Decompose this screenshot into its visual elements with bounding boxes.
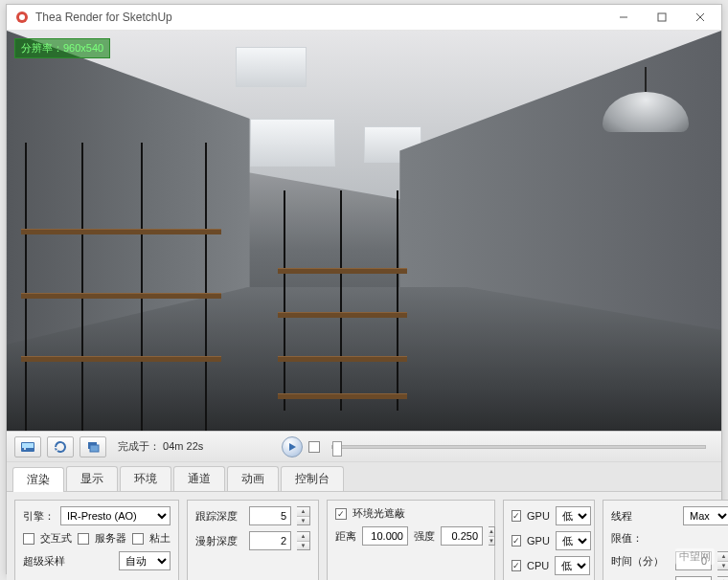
trace-depth-input[interactable] <box>249 506 291 525</box>
ao-intensity-label: 强度 <box>414 529 435 544</box>
render-status: 完成于： 04m 22s <box>118 439 203 454</box>
tab-console[interactable]: 控制台 <box>281 466 344 491</box>
samples-spinner[interactable]: ▲▼ <box>717 576 728 580</box>
tab-display[interactable]: 显示 <box>66 466 118 491</box>
toolbar-checkbox[interactable] <box>308 441 320 453</box>
tab-animation[interactable]: 动画 <box>227 466 279 491</box>
svg-rect-7 <box>22 443 34 448</box>
windows-button[interactable] <box>80 436 106 457</box>
diffuse-depth-label: 漫射深度 <box>195 534 238 548</box>
ao-intensity-input[interactable] <box>441 526 483 546</box>
device-1-priority[interactable]: 低 <box>556 531 591 550</box>
ao-distance-label: 距离 <box>335 529 356 544</box>
ao-intensity-spinner[interactable]: ▲▼ <box>489 526 495 546</box>
interactive-checkbox[interactable] <box>23 533 34 545</box>
app-icon <box>14 10 30 25</box>
ao-distance-input[interactable] <box>362 526 408 546</box>
server-checkbox[interactable] <box>78 533 89 545</box>
device-2-type: CPU <box>527 560 549 571</box>
diffuse-depth-spinner[interactable]: ▲▼ <box>297 531 310 550</box>
ao-enable-label: 环境光遮蔽 <box>353 506 405 521</box>
progress-slider[interactable] <box>331 445 706 449</box>
ao-enable-checkbox[interactable] <box>335 508 347 520</box>
device-0-priority[interactable]: 低 <box>556 506 591 525</box>
settings-area: 引擎： IR-Presto (AO) 交互式 服务器 粘土 超级采样 自动 <box>7 492 721 580</box>
supersample-label: 超级采样 <box>23 554 65 569</box>
device-0-checkbox[interactable] <box>512 510 521 522</box>
tab-bar: 渲染 显示 环境 通道 动画 控制台 <box>7 462 721 492</box>
threads-select[interactable]: Max <box>683 506 728 525</box>
control-panel: 完成于： 04m 22s 渲染 显示 环境 通道 动画 控制台 引擎： IR-P… <box>7 431 721 580</box>
window-title: Thea Render for SketchUp <box>35 11 604 24</box>
diffuse-depth-input[interactable] <box>249 531 291 550</box>
minimize-button[interactable] <box>604 5 643 30</box>
svg-rect-10 <box>90 445 99 452</box>
tab-channels[interactable]: 通道 <box>173 466 225 491</box>
svg-rect-3 <box>658 13 666 21</box>
titlebar[interactable]: Thea Render for SketchUp <box>7 5 721 31</box>
resolution-badge: 分辨率：960x540 <box>14 38 110 58</box>
devices-group: GPU 低 GPU 低 CPU 低 <box>503 500 595 580</box>
tab-environment[interactable]: 环境 <box>120 466 171 491</box>
threads-label: 线程 <box>611 509 632 524</box>
svg-point-8 <box>24 448 26 450</box>
device-2-priority[interactable]: 低 <box>555 556 590 575</box>
supersample-select[interactable]: 自动 <box>119 551 171 570</box>
rendered-scene <box>7 31 721 431</box>
engine-group: 引擎： IR-Presto (AO) 交互式 服务器 粘土 超级采样 自动 <box>14 500 179 580</box>
device-0-type: GPU <box>527 510 550 522</box>
refresh-button[interactable] <box>47 436 74 457</box>
tab-render[interactable]: 渲染 <box>12 467 64 492</box>
app-window: Thea Render for SketchUp <box>6 4 722 574</box>
toolbar: 完成于： 04m 22s <box>7 432 721 462</box>
limits-group: 线程 Max 限值： 时间（分） ▲▼ 样本/像素 ▲▼ <box>603 500 728 580</box>
svg-point-1 <box>19 14 25 20</box>
device-2-checkbox[interactable] <box>512 560 521 571</box>
device-1-checkbox[interactable] <box>512 535 521 547</box>
time-label: 时间（分） <box>611 554 664 569</box>
window-controls <box>604 5 719 30</box>
maximize-button[interactable] <box>643 5 681 30</box>
ao-group: 环境光遮蔽 距离 强度 ▲▼ <box>327 500 495 580</box>
pendant-lamp <box>603 67 689 132</box>
samples-input[interactable] <box>675 576 712 580</box>
play-button[interactable] <box>282 436 303 457</box>
render-viewport[interactable]: 分辨率：960x540 <box>7 31 721 431</box>
limit-label: 限值： <box>611 531 643 546</box>
trace-group: 跟踪深度 ▲▼ 漫射深度 ▲▼ <box>187 500 319 580</box>
watermark: 中望网 <box>675 548 715 565</box>
trace-depth-label: 跟踪深度 <box>195 509 238 524</box>
clay-checkbox[interactable] <box>132 533 144 545</box>
device-1-type: GPU <box>527 535 550 547</box>
time-spinner[interactable]: ▲▼ <box>717 551 728 570</box>
engine-select[interactable]: IR-Presto (AO) <box>60 506 171 525</box>
save-image-button[interactable] <box>14 436 41 457</box>
close-button[interactable] <box>681 5 719 30</box>
trace-depth-spinner[interactable]: ▲▼ <box>297 506 310 525</box>
engine-label: 引擎： <box>23 509 55 524</box>
